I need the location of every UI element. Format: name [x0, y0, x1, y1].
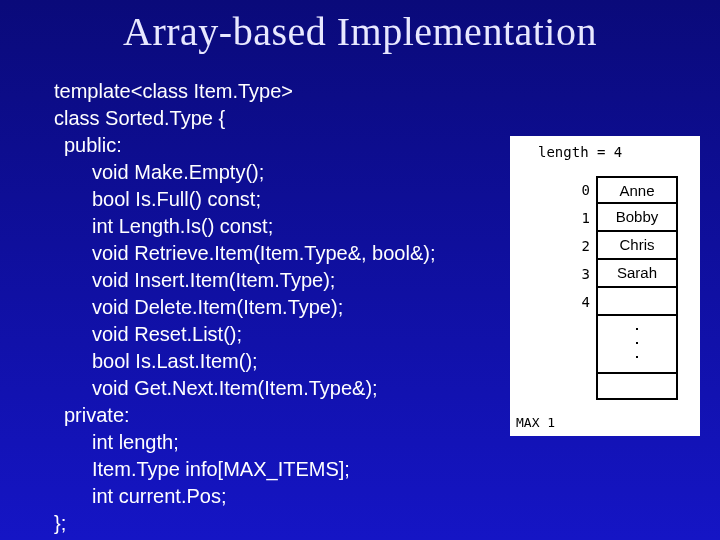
cell-value: Chris: [596, 232, 678, 260]
cell-value: Sarah: [596, 260, 678, 288]
row-index: 4: [570, 288, 596, 316]
row-index: 2: [570, 232, 596, 260]
array-gap: [570, 316, 700, 372]
cell-value: Bobby: [596, 204, 678, 232]
code-line: class Sorted.Type {: [54, 105, 700, 132]
slide-body: template<class Item.Type>class Sorted.Ty…: [54, 78, 700, 530]
code-line: int current.Pos;: [92, 483, 700, 510]
row-index: 0: [570, 176, 596, 204]
row-index: [570, 372, 596, 400]
table-row: 4: [570, 288, 700, 316]
code-line: template<class Item.Type>: [54, 78, 700, 105]
slide: Array-based Implementation template<clas…: [0, 0, 720, 540]
length-label: length = 4: [510, 136, 700, 162]
cell-value: Anne: [596, 176, 678, 204]
row-index: 3: [570, 260, 596, 288]
cell-value: [596, 288, 678, 316]
row-index: 1: [570, 204, 596, 232]
max-label: MAX 1: [516, 415, 555, 430]
cell-value: [596, 372, 678, 400]
code-line: Item.Type info[MAX_ITEMS];: [92, 456, 700, 483]
array-diagram: length = 4 0Anne1Bobby2Chris3Sarah4 MAX …: [510, 136, 700, 436]
table-row: [570, 372, 700, 400]
table-row: 1Bobby: [570, 204, 700, 232]
table-row: 2Chris: [570, 232, 700, 260]
code-line: };: [54, 510, 700, 537]
table-row: 3Sarah: [570, 260, 700, 288]
page-title: Array-based Implementation: [0, 0, 720, 61]
array-cells: 0Anne1Bobby2Chris3Sarah4: [570, 176, 700, 400]
table-row: 0Anne: [570, 176, 700, 204]
